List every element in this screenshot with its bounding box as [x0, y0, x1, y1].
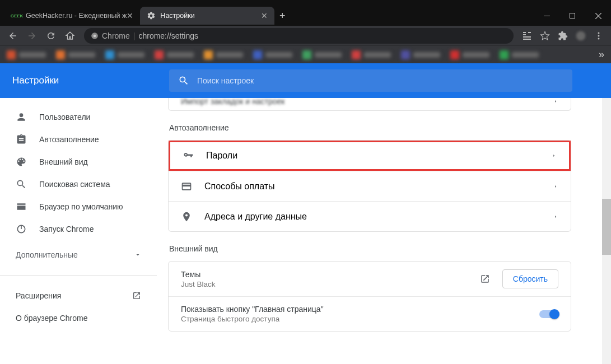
settings-main: Импорт закладок и настроек Автозаполнени…: [157, 98, 611, 364]
addresses-row[interactable]: Адреса и другие данные: [169, 201, 571, 231]
reset-theme-button[interactable]: Сбросить: [502, 269, 558, 288]
sidebar-extensions[interactable]: Расширения: [0, 284, 157, 307]
reload-button[interactable]: [43, 27, 59, 44]
svg-rect-1: [570, 13, 575, 18]
scrollbar-thumb[interactable]: [602, 199, 611, 255]
import-label: Импорт закладок и настроек: [181, 98, 540, 106]
addresses-label: Адреса и другие данные: [204, 212, 307, 222]
home-button[interactable]: [62, 27, 78, 44]
payment-label: Способы оплаты: [204, 181, 275, 192]
close-icon[interactable]: ✕: [127, 11, 133, 20]
bookmark-item[interactable]: [253, 50, 292, 59]
omnibox-separator: |: [133, 31, 136, 40]
open-in-new-icon[interactable]: [480, 274, 490, 284]
omnibox-prefix: Chrome: [102, 31, 130, 40]
chevron-right-icon: [551, 153, 557, 158]
favicon-geek: GEEK: [12, 11, 21, 20]
svg-rect-0: [544, 16, 550, 16]
sidebar-advanced-label: Дополнительные: [16, 250, 78, 259]
import-row[interactable]: Импорт закладок и настроек: [169, 98, 571, 110]
bookmark-item[interactable]: [7, 50, 46, 59]
maximize-button[interactable]: [559, 7, 585, 25]
appearance-section-title: Внешний вид: [169, 244, 571, 253]
appearance-card: Темы Just Black Сбросить Показывать кноп…: [168, 261, 571, 332]
omnibox[interactable]: Chrome | chrome://settings: [84, 28, 514, 44]
gear-icon: [147, 11, 156, 20]
settings-title: Настройки: [12, 75, 169, 86]
search-icon: [178, 75, 189, 86]
theme-row: Темы Just Black Сбросить: [169, 262, 571, 297]
svg-point-9: [576, 31, 586, 40]
palette-icon: [16, 156, 27, 167]
forward-button[interactable]: [24, 27, 40, 44]
home-button-toggle[interactable]: [539, 310, 558, 318]
bookmark-item[interactable]: [155, 50, 194, 59]
person-icon: [16, 111, 27, 123]
star-icon[interactable]: [537, 28, 553, 44]
homebtn-label: Показывать кнопку "Главная страница": [181, 305, 530, 314]
scrollbar-track[interactable]: [602, 98, 611, 364]
bookmark-item[interactable]: [302, 50, 342, 59]
chevron-right-icon: [553, 184, 558, 189]
theme-label: Темы: [181, 270, 471, 279]
sidebar-item-appearance[interactable]: Внешний вид: [0, 151, 157, 173]
settings-header: Настройки: [0, 63, 611, 98]
menu-button[interactable]: [591, 28, 607, 44]
chevron-down-icon: [134, 251, 141, 258]
back-button[interactable]: [4, 27, 21, 44]
settings-search[interactable]: [169, 69, 572, 92]
bookmark-item[interactable]: [56, 50, 95, 59]
search-input[interactable]: [197, 76, 563, 85]
autofill-section-title: Автозаполнение: [169, 123, 571, 132]
sidebar-item-search[interactable]: Поисковая система: [0, 173, 157, 195]
sidebar-about[interactable]: О браузере Chrome: [0, 307, 157, 329]
extensions-icon[interactable]: [555, 28, 571, 44]
tab-title: Настройки: [160, 12, 194, 20]
qr-icon[interactable]: [519, 28, 535, 44]
chevron-right-icon: [553, 99, 558, 104]
bookmark-item[interactable]: [401, 50, 440, 59]
sidebar-item-autofill[interactable]: Автозаполнение: [0, 128, 157, 151]
bookmark-item[interactable]: [204, 50, 243, 59]
sidebar-item-label: Автозаполнение: [39, 135, 99, 144]
passwords-row[interactable]: Пароли: [169, 141, 571, 171]
bookmark-item[interactable]: [500, 50, 539, 59]
passwords-label: Пароли: [206, 151, 237, 161]
sidebar-item-label: Пользователи: [39, 113, 90, 122]
avatar-icon[interactable]: [573, 28, 589, 44]
new-tab-button[interactable]: +: [274, 8, 290, 24]
omnibox-path: chrome://settings: [138, 31, 198, 40]
bookmark-item[interactable]: [352, 50, 391, 59]
key-icon: [183, 150, 194, 161]
sidebar-item-default-browser[interactable]: Браузер по умолчанию: [0, 195, 157, 218]
tab-geekhacker[interactable]: GEEK GeekHacker.ru - Ежедневный ж ✕: [6, 7, 140, 25]
svg-rect-5: [523, 34, 526, 35]
payment-row[interactable]: Способы оплаты: [169, 171, 571, 201]
close-icon[interactable]: ✕: [261, 11, 268, 20]
clipboard-icon: [16, 134, 27, 145]
power-icon: [16, 223, 27, 235]
svg-rect-7: [523, 36, 531, 38]
home-button-row: Показывать кнопку "Главная страница" Стр…: [169, 297, 571, 331]
sidebar-item-label: Браузер по умолчанию: [39, 202, 123, 211]
sidebar-advanced[interactable]: Дополнительные: [0, 244, 157, 266]
bookmark-item[interactable]: [105, 50, 144, 59]
close-window-button[interactable]: [585, 7, 611, 25]
tab-settings[interactable]: Настройки ✕: [140, 7, 274, 25]
svg-point-10: [598, 32, 600, 34]
chevron-right-icon: [553, 214, 558, 220]
sidebar-item-label: Запуск Chrome: [39, 225, 94, 234]
bookmark-item[interactable]: [450, 50, 489, 59]
browser-icon: [16, 201, 27, 212]
svg-rect-6: [528, 32, 531, 33]
homebtn-sub: Страница быстрого доступа: [181, 315, 530, 323]
bookmarks-overflow[interactable]: »: [599, 49, 604, 60]
sidebar-about-label: О браузере Chrome: [16, 314, 88, 323]
tab-strip: GEEK GeekHacker.ru - Ежедневный ж ✕ Наст…: [0, 6, 611, 26]
minimize-button[interactable]: [534, 7, 559, 25]
svg-point-11: [598, 35, 600, 36]
sidebar-item-users[interactable]: Пользователи: [0, 106, 157, 128]
sidebar-item-onstartup[interactable]: Запуск Chrome: [0, 218, 157, 240]
theme-value: Just Black: [181, 280, 471, 288]
address-bar: Chrome | chrome://settings: [0, 26, 611, 45]
